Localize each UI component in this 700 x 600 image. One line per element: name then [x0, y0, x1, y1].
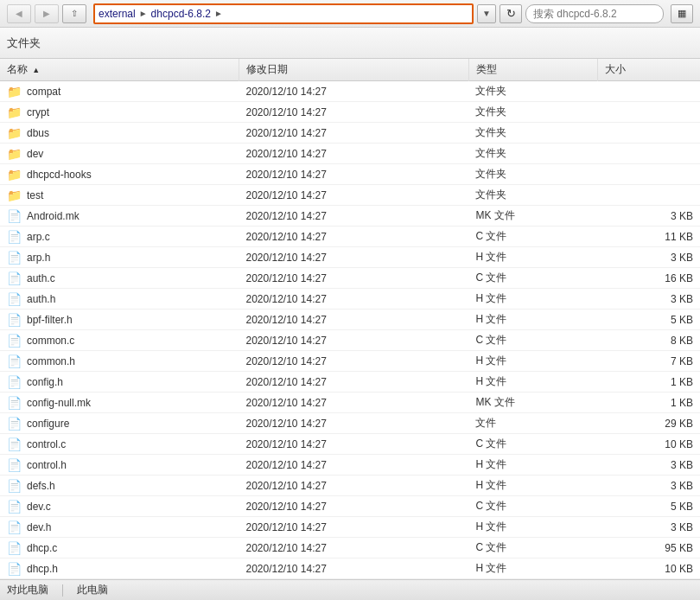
file-date: 2020/12/10 14:27 — [239, 579, 468, 580]
file-type: C 文件 — [468, 538, 597, 559]
file-name-cell-4: 📁dhcpcd-hooks — [0, 164, 239, 185]
file-name: configure — [27, 418, 69, 430]
file-icon: 📄 — [7, 292, 22, 306]
table-row[interactable]: 📄control.h2020/12/10 14:27H 文件3 KB — [0, 455, 700, 476]
file-type: MK 文件 — [468, 206, 597, 227]
table-row[interactable]: 📁dev2020/12/10 14:27文件夹 — [0, 144, 700, 164]
file-name: common.c — [27, 335, 74, 347]
crumb-external[interactable]: external — [99, 8, 136, 20]
file-icon: 📄 — [7, 396, 22, 410]
file-date: 2020/12/10 14:27 — [239, 351, 468, 372]
table-row[interactable]: 📄control.c2020/12/10 14:27C 文件10 KB — [0, 434, 700, 455]
file-name: dhcp.h — [27, 563, 58, 575]
file-name-cell-9: 📄auth.c — [0, 268, 239, 289]
back-button[interactable]: ◀ — [7, 4, 31, 23]
crumb-arrow-1: ► — [139, 9, 148, 18]
col-type[interactable]: 类型 — [468, 59, 597, 81]
table-header-row: 名称 ▲ 修改日期 类型 大小 — [0, 59, 700, 81]
forward-button[interactable]: ▶ — [35, 4, 59, 23]
table-row[interactable]: 📄config-null.mk2020/12/10 14:27MK 文件1 KB — [0, 393, 700, 413]
table-row[interactable]: 📄dhcp6.c2020/12/10 14:27C 文件87 KB — [0, 579, 700, 580]
table-row[interactable]: 📄dev.h2020/12/10 14:27H 文件3 KB — [0, 517, 700, 538]
file-size — [598, 144, 700, 164]
file-size — [598, 185, 700, 206]
file-size: 3 KB — [598, 476, 700, 496]
file-size: 3 KB — [598, 289, 700, 310]
table-row[interactable]: 📄arp.c2020/12/10 14:27C 文件11 KB — [0, 227, 700, 247]
folder-icon: 📁 — [7, 105, 22, 119]
table-row[interactable]: 📄auth.c2020/12/10 14:27C 文件16 KB — [0, 268, 700, 289]
table-row[interactable]: 📄arp.h2020/12/10 14:27H 文件3 KB — [0, 247, 700, 268]
file-name: common.h — [27, 355, 75, 367]
file-type: H 文件 — [468, 289, 597, 310]
crumb-arrow-2: ► — [214, 9, 223, 18]
table-row[interactable]: 📄common.h2020/12/10 14:27H 文件7 KB — [0, 351, 700, 372]
file-name-cell-11: 📄bpf-filter.h — [0, 310, 239, 330]
file-name-cell-1: 📁crypt — [0, 102, 239, 123]
file-name-cell-23: 📄dhcp.h — [0, 559, 239, 579]
status-separator — [62, 584, 63, 597]
table-row[interactable]: 📄bpf-filter.h2020/12/10 14:27H 文件5 KB — [0, 310, 700, 330]
table-row[interactable]: 📄dev.c2020/12/10 14:27C 文件5 KB — [0, 496, 700, 517]
table-row[interactable]: 📄dhcp.c2020/12/10 14:27C 文件95 KB — [0, 538, 700, 559]
folder-icon: 📁 — [7, 126, 22, 140]
table-row[interactable]: 📁dbus2020/12/10 14:27文件夹 — [0, 123, 700, 144]
file-icon: 📄 — [7, 271, 22, 285]
up-button[interactable]: ⇧ — [62, 4, 86, 23]
table-row[interactable]: 📄defs.h2020/12/10 14:27H 文件3 KB — [0, 476, 700, 496]
file-name-cell-5: 📁test — [0, 185, 239, 206]
table-row[interactable]: 📄config.h2020/12/10 14:27H 文件1 KB — [0, 372, 700, 393]
file-name-cell-13: 📄common.h — [0, 351, 239, 372]
file-type: H 文件 — [468, 310, 597, 330]
table-row[interactable]: 📄configure2020/12/10 14:27文件29 KB — [0, 413, 700, 434]
file-table: 名称 ▲ 修改日期 类型 大小 📁compat2020/12/10 14:27文… — [0, 59, 700, 579]
file-icon: 📄 — [7, 541, 22, 555]
file-name-cell-6: 📄Android.mk — [0, 206, 239, 227]
file-name: dhcpcd-hooks — [27, 169, 92, 181]
file-list[interactable]: 名称 ▲ 修改日期 类型 大小 📁compat2020/12/10 14:27文… — [0, 59, 700, 579]
search-input[interactable] — [525, 4, 664, 23]
crumb-dhcpcd[interactable]: dhcpcd-6.8.2 — [151, 8, 211, 20]
table-row[interactable]: 📁crypt2020/12/10 14:27文件夹 — [0, 102, 700, 123]
file-size: 3 KB — [598, 206, 700, 227]
refresh-button[interactable]: ↻ — [500, 4, 522, 23]
address-bar[interactable]: external ► dhcpcd-6.8.2 ► — [93, 3, 474, 24]
file-size: 5 KB — [598, 496, 700, 517]
nav-buttons: ◀ ▶ ⇧ — [7, 4, 86, 23]
file-type: 文件夹 — [468, 81, 597, 102]
file-type: 文件 — [468, 413, 597, 434]
pane-toggle-button[interactable]: ▦ — [671, 4, 693, 23]
file-type: 文件夹 — [468, 185, 597, 206]
col-date[interactable]: 修改日期 — [239, 59, 468, 81]
table-row[interactable]: 📁test2020/12/10 14:27文件夹 — [0, 185, 700, 206]
file-name: test — [27, 189, 43, 201]
table-row[interactable]: 📄Android.mk2020/12/10 14:27MK 文件3 KB — [0, 206, 700, 227]
file-date: 2020/12/10 14:27 — [239, 413, 468, 434]
file-size: 3 KB — [598, 455, 700, 476]
file-type: H 文件 — [468, 455, 597, 476]
file-size: 1 KB — [598, 372, 700, 393]
file-type: 文件夹 — [468, 144, 597, 164]
file-date: 2020/12/10 14:27 — [239, 455, 468, 476]
file-date: 2020/12/10 14:27 — [239, 538, 468, 559]
file-name-cell-0: 📁compat — [0, 81, 239, 102]
file-type: 文件夹 — [468, 123, 597, 144]
file-size — [598, 164, 700, 185]
toolbar: 文件夹 — [0, 28, 700, 59]
col-size[interactable]: 大小 — [598, 59, 700, 81]
file-name: control.h — [27, 459, 67, 471]
file-name: dbus — [27, 127, 49, 139]
file-name-cell-8: 📄arp.h — [0, 247, 239, 268]
col-name[interactable]: 名称 ▲ — [0, 59, 239, 81]
address-dropdown-button[interactable]: ▼ — [477, 4, 496, 23]
table-row[interactable]: 📄common.c2020/12/10 14:27C 文件8 KB — [0, 330, 700, 351]
file-type: H 文件 — [468, 351, 597, 372]
sort-arrow: ▲ — [32, 66, 40, 74]
table-row[interactable]: 📄auth.h2020/12/10 14:27H 文件3 KB — [0, 289, 700, 310]
table-row[interactable]: 📁dhcpcd-hooks2020/12/10 14:27文件夹 — [0, 164, 700, 185]
table-row[interactable]: 📄dhcp.h2020/12/10 14:27H 文件10 KB — [0, 559, 700, 579]
table-row[interactable]: 📁compat2020/12/10 14:27文件夹 — [0, 81, 700, 102]
status-left: 对此电脑 — [7, 583, 48, 597]
file-type: H 文件 — [468, 372, 597, 393]
file-date: 2020/12/10 14:27 — [239, 144, 468, 164]
